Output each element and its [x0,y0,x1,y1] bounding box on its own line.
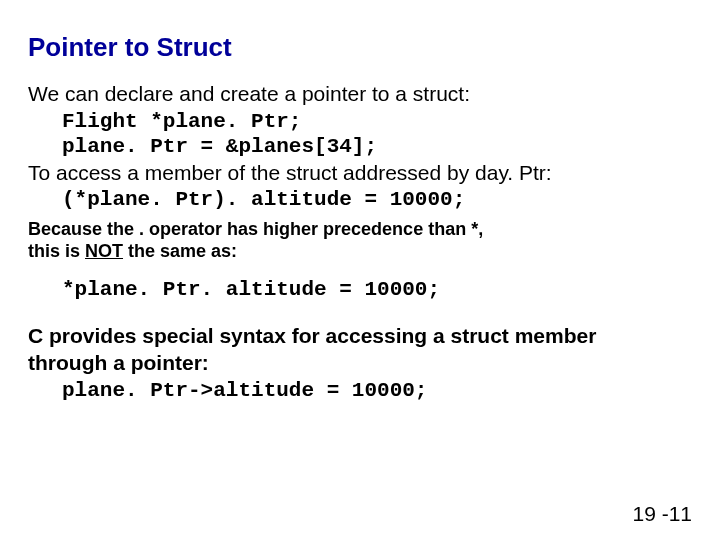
arrow-syntax-line2: through a pointer: [28,350,692,376]
page-number: 19 -11 [632,502,692,526]
intro-access: To access a member of the struct address… [28,160,692,186]
arrow-syntax-line1: C provides special syntax for accessing … [28,323,692,349]
precedence-note-pre: this is [28,241,85,261]
code-declare-2: plane. Ptr = &planes[34]; [62,134,692,160]
slide-title: Pointer to Struct [28,32,692,63]
intro-declare: We can declare and create a pointer to a… [28,81,692,107]
precedence-note-not: NOT [85,241,123,261]
precedence-note-line2: this is NOT the same as: [28,241,692,263]
code-declare-1: Flight *plane. Ptr; [62,109,692,135]
slide: Pointer to Struct We can declare and cre… [0,0,720,540]
precedence-note-post: the same as: [123,241,237,261]
code-deref-access: (*plane. Ptr). altitude = 10000; [62,187,692,213]
code-arrow-access: plane. Ptr->altitude = 10000; [62,378,692,404]
code-wrong-access: *plane. Ptr. altitude = 10000; [62,277,692,303]
precedence-note-line1: Because the . operator has higher preced… [28,219,692,241]
